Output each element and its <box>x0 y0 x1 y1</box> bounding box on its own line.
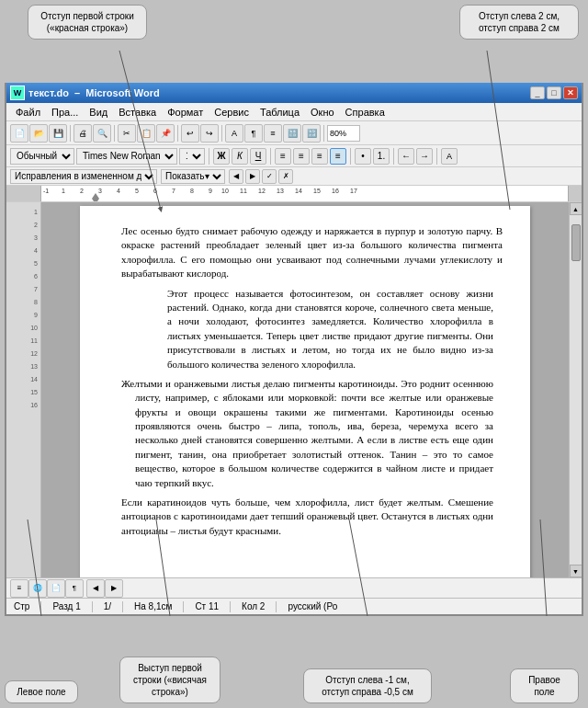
print-button[interactable]: 🖨 <box>74 124 92 143</box>
page-scroll[interactable]: Лес осенью будто снимает рабочую одежду … <box>41 202 569 577</box>
tb-btn-4[interactable]: 🔠 <box>283 124 301 143</box>
close-button[interactable]: ✕ <box>563 86 578 99</box>
maximize-button[interactable]: □ <box>547 86 561 99</box>
menu-help[interactable]: Справка <box>340 106 390 119</box>
cut-button[interactable]: ✂ <box>118 124 136 143</box>
bullets-button[interactable]: • <box>355 148 371 165</box>
vertical-scrollbar[interactable]: ▲ ▼ <box>569 202 582 577</box>
line-num-11: 11 <box>30 335 38 348</box>
status-sep-2 <box>92 601 93 612</box>
menu-tools[interactable]: Сервис <box>209 106 254 119</box>
scroll-down-button[interactable]: ▼ <box>570 565 582 577</box>
status-sep-3 <box>122 601 123 612</box>
status-bar: Стр Разд 1 1/ На 8,1см Ст 11 Кол 2 русск… <box>6 598 582 614</box>
status-page: 1/ <box>100 601 115 611</box>
ruler-num-8: 8 <box>190 188 194 194</box>
indent-button[interactable]: → <box>416 148 433 165</box>
callout-bottom-left: Левое поле <box>5 680 78 703</box>
font-size-selector[interactable]: 12 <box>179 148 205 165</box>
scroll-up-button[interactable]: ▲ <box>570 202 582 215</box>
menu-edit[interactable]: Пра... <box>46 106 84 119</box>
left-sidebar: 1 2 3 4 5 6 7 8 9 10 11 12 13 14 15 16 <box>6 202 41 577</box>
paste-button[interactable]: 📌 <box>156 124 175 143</box>
underline-button[interactable]: Ч <box>250 148 266 165</box>
line-num-12: 12 <box>30 348 38 360</box>
view-normal-button[interactable]: ≡ <box>10 579 28 598</box>
callout-bottom-mr: Отступ слева -1 см, отступ справа -0,5 с… <box>303 668 432 703</box>
redo-button[interactable]: ↪ <box>200 124 219 143</box>
indent-left-marker[interactable] <box>92 199 99 201</box>
print-preview-button[interactable]: 🔍 <box>93 124 111 143</box>
document-area: 1 2 3 4 5 6 7 8 9 10 11 12 13 14 15 16 Л… <box>6 202 582 577</box>
font-color-button[interactable]: A <box>441 148 458 165</box>
paragraph-2: Этот процесс называется фотосинтезом, он… <box>167 287 493 371</box>
menu-insert[interactable]: Вставка <box>113 106 162 119</box>
tb-btn-2[interactable]: ¶ <box>244 124 263 143</box>
line-num-8: 8 <box>34 296 38 309</box>
para4-text: Если каратиноидов чуть больше, чем хлоро… <box>121 497 493 536</box>
tb-btn-3[interactable]: ≡ <box>264 124 282 143</box>
italic-button[interactable]: К <box>232 148 248 165</box>
view-web-button[interactable]: 🌐 <box>28 579 47 598</box>
fmt-sep-1 <box>209 148 209 165</box>
new-button[interactable]: 📄 <box>10 124 28 143</box>
line-num-6: 6 <box>34 270 38 283</box>
save-button[interactable]: 💾 <box>49 124 67 143</box>
menu-file[interactable]: Файл <box>10 106 46 119</box>
status-str: Стр <box>10 601 33 611</box>
ruler-marks[interactable]: -1 1 2 3 4 5 6 7 8 9 10 11 12 13 14 15 1… <box>41 186 568 201</box>
show-markup-selector[interactable]: Показать▾ <box>161 169 225 184</box>
line-num-9: 9 <box>34 309 38 322</box>
para2-text: Этот процесс называется фотосинтезом, он… <box>167 288 493 370</box>
tb-btn-1[interactable]: A <box>225 124 243 143</box>
outdent-button[interactable]: ← <box>398 148 414 165</box>
track-changes-selector[interactable]: Исправления в измененном документе <box>10 169 157 184</box>
style-selector[interactable]: Обычный <box>10 148 74 165</box>
status-sep-4 <box>183 601 184 612</box>
menu-window[interactable]: Окно <box>305 106 340 119</box>
track-reject-button[interactable]: ✗ <box>278 169 293 184</box>
status-na: На 8,1см <box>130 601 175 611</box>
undo-button[interactable]: ↩ <box>181 124 199 143</box>
title-bar-buttons: _ □ ✕ <box>530 86 578 99</box>
ruler-num-13: 13 <box>277 188 284 194</box>
ruler-num-14: 14 <box>295 188 302 194</box>
line-num-15: 15 <box>30 386 38 399</box>
align-center-button[interactable]: ≡ <box>293 148 310 165</box>
track-accept-button[interactable]: ✓ <box>262 169 277 184</box>
font-selector[interactable]: Times New Roman <box>76 148 177 165</box>
document-page[interactable]: Лес осенью будто снимает рабочую одежду … <box>80 206 530 577</box>
ruler-num-12: 12 <box>258 188 266 194</box>
scroll-thumb[interactable] <box>571 224 581 261</box>
callout-top-right: Отступ слева 2 см, отступ справа 2 см <box>459 5 579 40</box>
paragraph-4: Если каратиноидов чуть больше, чем хлоро… <box>121 496 493 538</box>
view-print-button[interactable]: 📄 <box>47 579 65 598</box>
numbering-button[interactable]: 1. <box>373 148 390 165</box>
view-outline-button[interactable]: ¶ <box>65 579 84 598</box>
track-prev-button[interactable]: ◀ <box>229 169 243 184</box>
bold-button[interactable]: Ж <box>213 148 230 165</box>
open-button[interactable]: 📂 <box>29 124 48 143</box>
align-justify-button[interactable]: ≡ <box>330 148 346 165</box>
ruler-left-margin <box>6 186 41 201</box>
toolbar-sep-4 <box>221 125 222 142</box>
scroll-left-button[interactable]: ◀ <box>86 579 105 598</box>
ruler-right-margin <box>568 186 582 201</box>
ruler-num-5: 5 <box>135 188 139 194</box>
zoom-input[interactable] <box>327 125 360 142</box>
scroll-right-button[interactable]: ▶ <box>105 579 123 598</box>
toolbar-sep-5 <box>323 125 324 142</box>
status-kol: Кол 2 <box>238 601 268 611</box>
track-next-button[interactable]: ▶ <box>245 169 260 184</box>
scroll-track[interactable] <box>571 215 582 565</box>
menu-format[interactable]: Формат <box>162 106 209 119</box>
minimize-button[interactable]: _ <box>530 86 545 99</box>
menu-table[interactable]: Таблица <box>254 106 305 119</box>
align-left-button[interactable]: ≡ <box>275 148 291 165</box>
tb-btn-5[interactable]: 🔡 <box>302 124 321 143</box>
copy-button[interactable]: 📋 <box>137 124 155 143</box>
align-right-button[interactable]: ≡ <box>311 148 328 165</box>
line-num-7: 7 <box>34 283 38 296</box>
line-num-14: 14 <box>30 373 38 386</box>
menu-view[interactable]: Вид <box>84 106 113 119</box>
